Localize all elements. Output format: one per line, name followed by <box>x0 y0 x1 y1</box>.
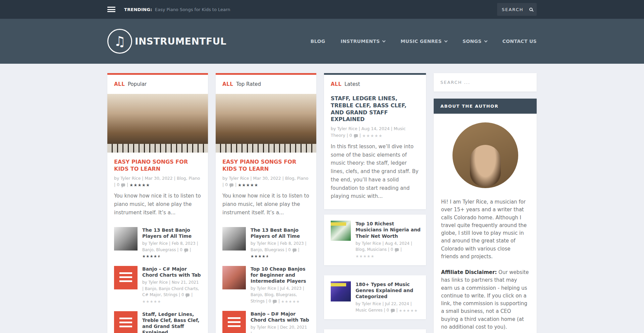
post-title-link[interactable]: Staff, Ledger Lines, Treble Clef, Bass C… <box>142 311 201 333</box>
related-post-list: The 13 Best Banjo Players of All Time by… <box>107 220 208 333</box>
post-list-item[interactable]: The 13 Best Banjo Players of All Time by… <box>107 220 208 259</box>
sidebar: ABOUT THE AUTHOR Hi! I am Tyler Rice, a … <box>434 73 537 333</box>
search-icon <box>529 8 533 11</box>
column-filter-all[interactable]: ALL <box>331 81 341 87</box>
star-rating: ★★★★★★★★★★ <box>281 300 300 303</box>
comment-icon <box>185 293 190 296</box>
trending-label: TRENDING: <box>124 7 152 12</box>
post-excerpt: You know how nice it is to listen to pia… <box>107 192 208 217</box>
post-list-item[interactable]: Staff, Ledger Lines, Treble Clef, Bass C… <box>107 304 208 333</box>
post-meta: by Tyler Rice | Nov 21, 2021 | Banjo, Ba… <box>142 279 201 304</box>
star-rating: ★★★★★★★★★★ <box>251 255 270 258</box>
post-title-link[interactable]: 180+ Types of Music Genres Explained and… <box>356 281 421 300</box>
column-filter-all[interactable]: ALL <box>222 81 233 87</box>
post-meta: by Tyler Rice | Jul 4, 2023 | Banjo, Blo… <box>251 285 310 304</box>
post-meta: by Tyler Rice | Aug 4, 2024 | Blog, Musi… <box>356 240 421 259</box>
post-thumbnail[interactable] <box>222 311 246 333</box>
post-title-link[interactable]: Banjo – C# Major Chord Charts with Tab <box>142 266 201 278</box>
post-title-link[interactable]: EASY PIANO SONGS FOR KIDS TO LEARN <box>107 159 208 173</box>
post-list-item[interactable]: 26 Best Songs with Irony by Tyler Rice |… <box>324 329 426 333</box>
post-title-link[interactable]: Top 10 Cheap Banjos for Beginner and Int… <box>251 266 310 284</box>
post-list-item[interactable]: Top 10 Cheap Banjos for Beginner and Int… <box>216 259 316 304</box>
column-header: ALL Popular <box>107 75 208 89</box>
column-title: Popular <box>128 81 147 87</box>
star-rating: ★★★★★★★★★★ <box>399 309 418 313</box>
affiliate-disclaimer: Affiliate Disclaimer: Our website has li… <box>441 269 529 331</box>
star-rating: ★★★★★★★★★★ <box>129 183 150 187</box>
site-logo[interactable]: ♫ INSTRUMENTFUL <box>107 29 226 54</box>
comment-icon <box>273 300 277 303</box>
column-filter-all[interactable]: ALL <box>114 81 125 87</box>
post-thumbnail[interactable] <box>331 281 351 301</box>
comment-icon <box>121 183 125 186</box>
nav-item-music-genres[interactable]: MUSIC GENRES <box>400 39 447 44</box>
star-rating: ★★★★★★★★★★ <box>142 255 161 258</box>
sidebar-search-input[interactable] <box>434 73 537 92</box>
post-title-link[interactable]: Top 10 Richest Musicians in Nigeria and … <box>356 221 421 239</box>
post-column: ALL Popular EASY PIANO SONGS FOR KIDS TO… <box>107 73 208 333</box>
post-title-link[interactable]: EASY PIANO SONGS FOR KIDS TO LEARN <box>216 159 316 173</box>
post-meta: by Tyler Rice | Mar 30, 2022 | Blog, Pia… <box>107 175 208 188</box>
post-meta: by Tyler Rice | Feb 8, 2023 | Banjo, Blu… <box>142 240 201 259</box>
chevron-down-icon <box>484 39 487 42</box>
comment-icon <box>184 248 188 252</box>
column-header: ALL Top Rated <box>216 75 316 89</box>
featured-image[interactable] <box>107 94 208 153</box>
post-meta: by Tyler Rice | Feb 8, 2023 | Banjo, Blu… <box>251 240 310 259</box>
column-title: Latest <box>344 81 360 87</box>
trending-post-link[interactable]: Easy Piano Songs for Kids to Learn <box>155 7 230 12</box>
post-title-link[interactable]: Banjo – D# Major Chord Charts with Tab <box>251 311 310 323</box>
column-title: Top Rated <box>236 81 261 87</box>
post-title-link[interactable]: The 13 Best Banjo Players of All Time <box>142 227 201 239</box>
post-thumbnail[interactable] <box>114 227 138 251</box>
nav-item-songs[interactable]: SONGS <box>463 39 487 44</box>
column-card: ALL Top Rated EASY PIANO SONGS FOR KIDS … <box>216 73 316 333</box>
post-thumbnail[interactable] <box>222 227 246 251</box>
post-list-item[interactable]: Banjo – D# Major Chord Charts with Tab b… <box>216 304 316 333</box>
content-area: ALL Popular EASY PIANO SONGS FOR KIDS TO… <box>0 64 644 333</box>
post-list-item[interactable]: 180+ Types of Music Genres Explained and… <box>324 275 426 320</box>
post-thumbnail[interactable] <box>114 266 138 289</box>
affiliate-disclaimer-text: Our website has links to partners that m… <box>441 269 529 330</box>
chevron-down-icon <box>382 39 386 42</box>
star-rating: ★★★★★★★★★★ <box>356 255 375 258</box>
post-thumbnail[interactable] <box>114 311 138 333</box>
chevron-down-icon <box>444 39 447 42</box>
nav-item-instruments[interactable]: INSTRUMENTS <box>340 39 385 44</box>
about-author-widget: ABOUT THE AUTHOR Hi! I am Tyler Rice, a … <box>434 99 537 333</box>
author-avatar <box>452 122 518 188</box>
post-list-item[interactable]: The 13 Best Banjo Players of All Time by… <box>216 220 316 259</box>
post-list-item[interactable]: Top 10 Richest Musicians in Nigeria and … <box>324 215 426 265</box>
nav-item-contact-us[interactable]: CONTACT US <box>502 39 537 44</box>
sidebar-search <box>434 73 537 92</box>
star-rating: ★★★★★★★★★★ <box>362 134 383 138</box>
post-meta: by Tyler Rice | Dec 20, 2021 | <box>251 324 310 333</box>
about-author-heading: ABOUT THE AUTHOR <box>434 99 537 114</box>
post-thumbnail[interactable] <box>222 266 246 289</box>
menu-icon[interactable] <box>107 7 115 12</box>
top-search-button[interactable]: SEARCH <box>497 3 537 16</box>
post-title-link[interactable]: STAFF, LEDGER LINES, TREBLE CLEF, BASS C… <box>324 95 426 123</box>
post-title-link[interactable]: The 13 Best Banjo Players of All Time <box>251 227 310 239</box>
comment-icon <box>395 248 399 251</box>
column-header: ALL Latest <box>324 75 426 89</box>
featured-image[interactable] <box>216 94 316 153</box>
site-title: INSTRUMENTFUL <box>135 36 226 47</box>
site-header: ♫ INSTRUMENTFUL BLOG INSTRUMENTS MUSIC G… <box>0 19 644 64</box>
comment-icon <box>292 248 297 252</box>
affiliate-disclaimer-label: Affiliate Disclaimer: <box>441 269 497 275</box>
top-search-label: SEARCH <box>502 7 524 12</box>
post-column: ALL Latest STAFF, LEDGER LINES, TREBLE C… <box>324 73 426 333</box>
top-bar: TRENDING: Easy Piano Songs for Kids to L… <box>0 0 644 19</box>
post-thumbnail[interactable] <box>331 221 351 241</box>
column-card: ALL Latest STAFF, LEDGER LINES, TREBLE C… <box>324 73 426 209</box>
star-rating: ★★★★★★★★★★ <box>238 183 258 187</box>
post-excerpt: In this first lesson, we’ll dive into so… <box>324 143 426 201</box>
thumbnail-label <box>331 222 346 226</box>
comment-icon <box>391 309 395 312</box>
comment-icon <box>354 134 358 137</box>
nav-item-blog[interactable]: BLOG <box>311 39 325 44</box>
post-column: ALL Top Rated EASY PIANO SONGS FOR KIDS … <box>216 73 316 333</box>
post-list-item[interactable]: Banjo – C# Major Chord Charts with Tab b… <box>107 259 208 304</box>
author-bio: Hi! I am Tyler Rice, a musician for over… <box>434 198 537 331</box>
